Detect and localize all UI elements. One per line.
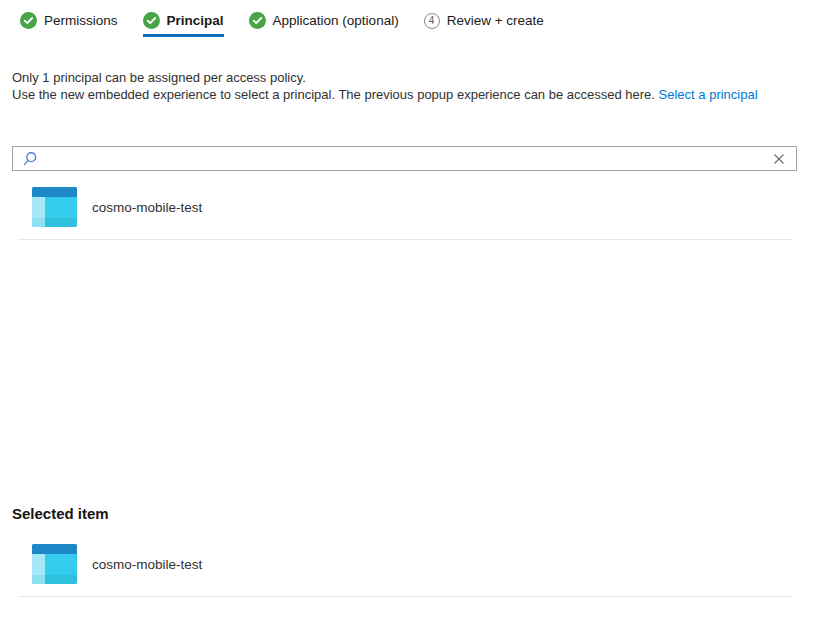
application-icon — [32, 187, 77, 227]
principal-result-row[interactable]: cosmo-mobile-test — [18, 184, 793, 240]
principal-step-page: Permissions Principal Application (optio… — [0, 0, 830, 639]
principal-search-box — [12, 146, 797, 171]
tab-permissions[interactable]: Permissions — [20, 12, 118, 37]
close-icon — [772, 152, 786, 166]
tab-principal[interactable]: Principal — [143, 12, 224, 37]
description-line1: Only 1 principal can be assigned per acc… — [12, 70, 802, 87]
selected-principal-name: cosmo-mobile-test — [92, 557, 202, 572]
clear-search-button[interactable] — [770, 150, 788, 168]
tab-label: Principal — [167, 13, 224, 28]
description-line2: Use the new embedded experience to selec… — [12, 87, 802, 104]
selected-item-heading: Selected item — [12, 505, 109, 522]
tab-label: Permissions — [44, 13, 118, 28]
completed-check-icon — [20, 12, 37, 29]
tab-label: Review + create — [447, 13, 544, 28]
description-text: Only 1 principal can be assigned per acc… — [12, 70, 802, 103]
step-number-icon: 4 — [424, 13, 440, 29]
application-icon — [32, 544, 77, 584]
tab-label: Application (optional) — [273, 13, 399, 28]
completed-check-icon — [143, 12, 160, 29]
select-a-principal-link[interactable]: Select a principal — [659, 87, 758, 102]
search-input[interactable] — [38, 147, 770, 170]
wizard-tab-strip: Permissions Principal Application (optio… — [20, 0, 544, 37]
tab-application-optional[interactable]: Application (optional) — [249, 12, 399, 37]
tab-review-create[interactable]: 4 Review + create — [424, 12, 544, 37]
selected-principal-row[interactable]: cosmo-mobile-test — [18, 541, 793, 597]
completed-check-icon — [249, 12, 266, 29]
principal-name: cosmo-mobile-test — [92, 200, 202, 215]
search-icon — [22, 151, 38, 167]
